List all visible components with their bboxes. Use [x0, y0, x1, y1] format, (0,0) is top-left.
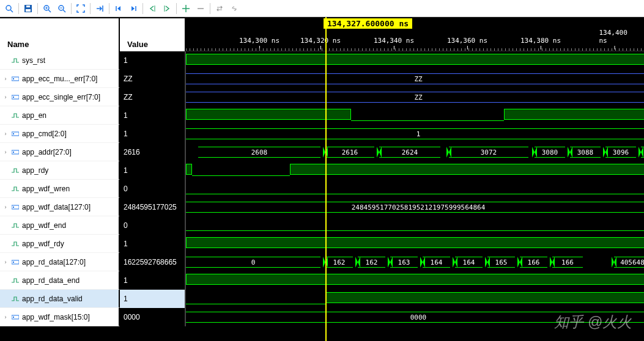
signal-value-cell[interactable]: 1	[120, 125, 186, 143]
svg-rect-23	[13, 97, 14, 98]
save-icon[interactable]	[21, 2, 35, 15]
signal-name-cell[interactable]: app_wdf_rdy	[0, 235, 120, 253]
signal-row[interactable]: ›app_rd_data[127:0]1622592768665	[0, 253, 186, 271]
name-header[interactable]: Name	[0, 18, 120, 53]
wave-row[interactable]	[186, 271, 644, 290]
signal-value-cell[interactable]: 2616	[120, 143, 186, 161]
signal-row[interactable]: sys_rst1	[0, 51, 186, 70]
signal-name-cell[interactable]: ›app_addr[27:0]	[0, 143, 120, 161]
signal-value-cell[interactable]: 1	[120, 51, 186, 70]
signal-name-label: app_ecc_mu..._err[7:0]	[22, 75, 97, 83]
search-icon[interactable]	[2, 2, 16, 15]
signal-value-cell[interactable]: 1622592768665	[120, 253, 186, 271]
wave-row[interactable]: 26082616262430723080308830963	[186, 143, 644, 161]
wave-row[interactable]: 0162162163164164165166166405648	[186, 253, 644, 271]
signal-row[interactable]: ›app_ecc_single_err[7:0]ZZ	[0, 88, 186, 106]
signal-value-cell[interactable]: 2484595177025	[120, 198, 186, 216]
expand-icon[interactable]: ›	[2, 94, 9, 100]
wave-row[interactable]	[186, 106, 644, 125]
wave-high	[290, 164, 644, 175]
link-icon[interactable]	[228, 2, 241, 15]
wave-row[interactable]	[186, 180, 644, 198]
signal-value-cell[interactable]: 1	[120, 161, 186, 180]
signal-row[interactable]: app_rd_data_valid1	[0, 290, 186, 308]
wave-high	[325, 292, 644, 303]
signal-row[interactable]: app_rd_data_end1	[0, 271, 186, 290]
signal-name-cell[interactable]: sys_rst	[0, 51, 120, 70]
zoom-fit-icon[interactable]	[74, 2, 87, 15]
signal-value-cell[interactable]: ZZ	[120, 88, 186, 106]
expand-icon	[2, 186, 9, 192]
signal-name-cell[interactable]: app_rd_data_valid	[0, 290, 120, 308]
wave-row[interactable]	[186, 51, 644, 70]
svg-rect-30	[12, 260, 19, 264]
waveform-panel[interactable]: 134,327.600000 ns 134,300 ns134,320 ns13…	[186, 17, 644, 341]
zoom-out-icon[interactable]	[55, 2, 68, 15]
expand-icon[interactable]: ›	[2, 131, 9, 137]
signal-row[interactable]: ›app_wdf_mask[15:0]0000	[0, 308, 186, 326]
prev-edge-icon[interactable]	[146, 2, 159, 15]
remove-marker-icon[interactable]	[194, 2, 207, 15]
bus-transition	[612, 257, 616, 268]
swap-icon[interactable]	[213, 2, 226, 15]
wave-rows[interactable]: ZZZZ126082616262430723080308830963248459…	[186, 51, 644, 326]
svg-rect-3	[26, 9, 31, 12]
expand-icon[interactable]: ›	[2, 314, 9, 320]
value-header[interactable]: Value	[120, 18, 186, 53]
goto-icon[interactable]	[93, 2, 106, 15]
wave-row[interactable]: 248459517702581952121975999564864	[186, 198, 644, 216]
signal-name-cell[interactable]: ›app_cmd[2:0]	[0, 125, 120, 143]
signal-name-cell[interactable]: app_wdf_end	[0, 216, 120, 235]
wave-row[interactable]: 1	[186, 125, 644, 143]
wave-row[interactable]	[186, 290, 644, 308]
bus-signal-icon	[11, 75, 20, 82]
signal-value-cell[interactable]: ZZ	[120, 70, 186, 88]
wave-low	[351, 119, 504, 121]
signal-name-cell[interactable]: app_en	[0, 106, 120, 125]
add-marker-icon[interactable]	[179, 2, 193, 15]
bus-signal-icon	[11, 258, 20, 266]
time-ruler[interactable]: 134,300 ns134,320 ns134,340 ns134,360 ns…	[186, 17, 644, 51]
signal-row[interactable]: app_wdf_wren0	[0, 180, 186, 198]
signal-name-cell[interactable]: app_rdy	[0, 161, 120, 180]
signal-value-cell[interactable]: 1	[120, 106, 186, 125]
cursor-line[interactable]	[325, 17, 327, 341]
expand-icon[interactable]: ›	[2, 204, 9, 210]
expand-icon[interactable]: ›	[2, 259, 9, 265]
signal-value-cell[interactable]: 1	[120, 271, 186, 290]
expand-icon	[2, 241, 9, 247]
signal-name-cell[interactable]: ›app_wdf_data[127:0]	[0, 198, 120, 216]
signal-row[interactable]: app_rdy1	[0, 161, 186, 180]
bus-transition	[568, 147, 572, 158]
signal-row[interactable]: app_en1	[0, 106, 186, 125]
signal-name-cell[interactable]: ›app_rd_data[127:0]	[0, 253, 120, 271]
wave-row[interactable]	[186, 161, 644, 180]
signal-value-cell[interactable]: 1	[120, 290, 186, 308]
signal-row[interactable]: ›app_addr[27:0]2616	[0, 143, 186, 161]
signal-row[interactable]: ›app_wdf_data[127:0]2484595177025	[0, 198, 186, 216]
expand-icon[interactable]: ›	[2, 76, 9, 82]
wave-row[interactable]	[186, 216, 644, 235]
signal-value-cell[interactable]: 1	[120, 235, 186, 253]
signal-row[interactable]: ›app_cmd[2:0]1	[0, 125, 186, 143]
signal-row[interactable]: app_wdf_end0	[0, 216, 186, 235]
signal-value-cell[interactable]: 0	[120, 180, 186, 198]
next-edge-icon[interactable]	[160, 2, 174, 15]
signal-row[interactable]: ›app_ecc_mu..._err[7:0]ZZ	[0, 70, 186, 88]
wave-row[interactable]	[186, 235, 644, 253]
next-end-icon[interactable]	[127, 2, 140, 15]
wave-row[interactable]: ZZ	[186, 70, 644, 88]
expand-icon[interactable]: ›	[2, 149, 9, 155]
wave-row[interactable]: ZZ	[186, 88, 644, 106]
signal-name-cell[interactable]: ›app_ecc_mu..._err[7:0]	[0, 70, 120, 88]
zoom-in-icon[interactable]	[40, 2, 54, 15]
signal-value-cell[interactable]: 0000	[120, 308, 186, 326]
signal-name-cell[interactable]: app_wdf_wren	[0, 180, 120, 198]
signal-value-cell[interactable]: 0	[120, 216, 186, 235]
signal-name-cell[interactable]: ›app_wdf_mask[15:0]	[0, 308, 120, 326]
signal-name-cell[interactable]: ›app_ecc_single_err[7:0]	[0, 88, 120, 106]
signal-name-cell[interactable]: app_rd_data_end	[0, 271, 120, 290]
prev-start-icon[interactable]	[112, 2, 125, 15]
bus-signal-icon	[11, 148, 20, 156]
signal-row[interactable]: app_wdf_rdy1	[0, 235, 186, 253]
